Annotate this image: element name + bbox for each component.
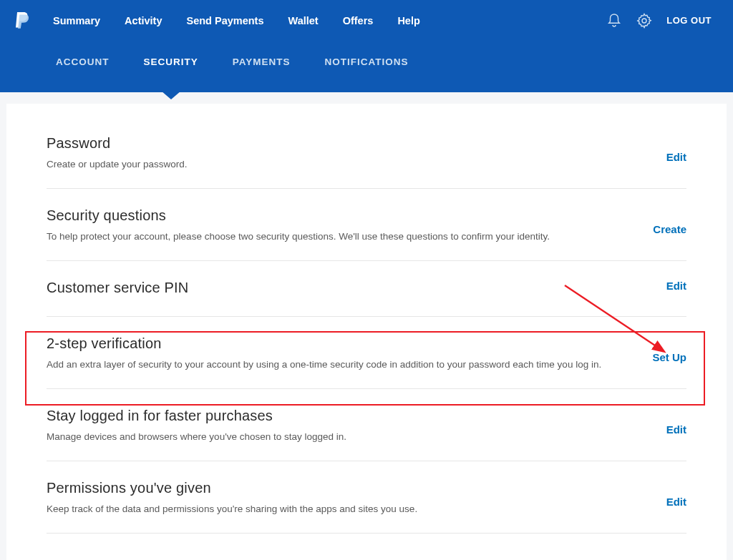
logout-link[interactable]: LOG OUT	[666, 15, 712, 26]
subnav-payments[interactable]: PAYMENTS	[233, 57, 291, 67]
section-title: Customer service PIN	[47, 280, 623, 296]
section-desc: Create or update your password.	[47, 157, 623, 172]
edit-permissions-link[interactable]: Edit	[666, 496, 686, 508]
section-title: Stay logged in for faster purchases	[47, 408, 623, 424]
section-stay-logged-in: Stay logged in for faster purchases Mana…	[47, 408, 686, 461]
section-customer-service-pin: Customer service PIN Edit	[47, 280, 686, 317]
settings-icon[interactable]	[636, 13, 652, 29]
settings-subnav: ACCOUNT SECURITY PAYMENTS NOTIFICATIONS	[0, 41, 733, 92]
top-bar: Summary Activity Send Payments Wallet Of…	[0, 0, 733, 41]
security-panel: Password Create or update your password.…	[6, 104, 727, 560]
section-title: 2-step verification	[47, 335, 609, 352]
edit-password-link[interactable]: Edit	[666, 151, 686, 163]
section-security-questions: Security questions To help protect your …	[47, 207, 686, 261]
create-security-questions-link[interactable]: Create	[653, 223, 686, 235]
nav-offers[interactable]: Offers	[343, 15, 374, 26]
nav-send-payments[interactable]: Send Payments	[186, 15, 263, 26]
section-title: Security questions	[47, 207, 610, 224]
subnav-security[interactable]: SECURITY	[144, 57, 198, 67]
paypal-logo[interactable]	[14, 11, 31, 31]
setup-2step-link[interactable]: Set Up	[652, 351, 686, 363]
subnav-account[interactable]: ACCOUNT	[56, 57, 110, 67]
edit-stay-logged-in-link[interactable]: Edit	[666, 423, 686, 436]
top-bar-right: LOG OUT	[606, 13, 712, 29]
section-password: Password Create or update your password.…	[47, 135, 686, 189]
nav-wallet[interactable]: Wallet	[288, 15, 318, 26]
section-permissions: Permissions you've given Keep track of t…	[47, 480, 686, 534]
svg-point-0	[642, 19, 646, 23]
edit-pin-link[interactable]: Edit	[666, 280, 686, 292]
section-desc: To help protect your account, please cho…	[47, 230, 610, 245]
nav-help[interactable]: Help	[397, 15, 419, 26]
section-2-step-verification: 2-step verification Add an extra layer o…	[47, 335, 686, 389]
section-title: Password	[47, 135, 623, 152]
top-nav: Summary Activity Send Payments Wallet Of…	[53, 15, 420, 26]
nav-activity[interactable]: Activity	[125, 15, 162, 26]
subnav-notifications[interactable]: NOTIFICATIONS	[325, 57, 409, 67]
notifications-icon[interactable]	[606, 13, 622, 29]
nav-summary[interactable]: Summary	[53, 15, 100, 26]
section-title: Permissions you've given	[47, 480, 623, 496]
section-desc: Add an extra layer of security to your a…	[47, 358, 609, 373]
section-desc: Manage devices and browsers where you've…	[47, 430, 623, 445]
section-desc: Keep track of the data and permissions y…	[47, 502, 623, 517]
